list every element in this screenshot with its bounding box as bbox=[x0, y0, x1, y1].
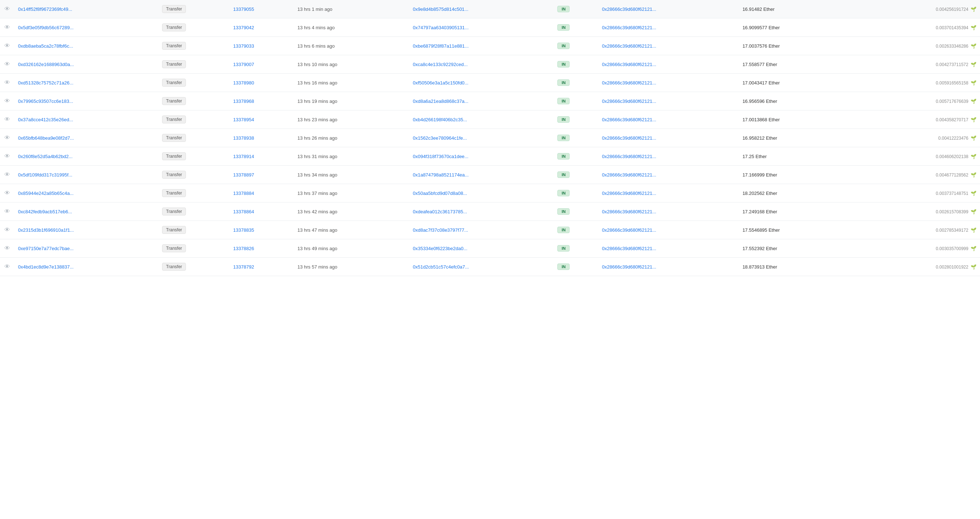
tx-hash-link[interactable]: 0x79965c93507cc6e183... bbox=[18, 99, 73, 104]
time-cell: 13 hrs 42 mins ago bbox=[294, 202, 409, 221]
to-cell: 0x28666c39d680f62121... bbox=[598, 258, 739, 276]
block-link[interactable]: 13379042 bbox=[233, 25, 254, 30]
eye-icon[interactable]: 👁 bbox=[4, 24, 10, 30]
direction-cell: IN bbox=[554, 147, 598, 166]
eye-icon[interactable]: 👁 bbox=[4, 153, 10, 159]
from-link[interactable]: 0xbe6879f28f87a11e881... bbox=[413, 43, 469, 49]
eye-icon[interactable]: 👁 bbox=[4, 227, 10, 233]
from-link[interactable]: 0xb4d266198f406b2c35... bbox=[413, 117, 467, 123]
tx-hash-link[interactable]: 0xe97150e7a77edc7bae... bbox=[18, 246, 74, 251]
to-link[interactable]: 0x28666c39d680f62121... bbox=[602, 6, 656, 12]
to-link[interactable]: 0x28666c39d680f62121... bbox=[602, 191, 656, 196]
from-link[interactable]: 0x35334e0f6223be2da0... bbox=[413, 246, 468, 251]
to-link[interactable]: 0x28666c39d680f62121... bbox=[602, 264, 656, 270]
eye-icon[interactable]: 👁 bbox=[4, 190, 10, 196]
type-cell: Transfer bbox=[159, 184, 229, 202]
from-cell: 0x094f318f73670ca1dee... bbox=[409, 147, 554, 166]
eye-icon[interactable]: 👁 bbox=[4, 172, 10, 178]
eye-icon[interactable]: 👁 bbox=[4, 6, 10, 12]
to-cell: 0x28666c39d680f62121... bbox=[598, 0, 739, 18]
tx-hash-link[interactable]: 0xdb8aeba5ca2c78fbf6c... bbox=[18, 43, 73, 49]
from-link[interactable]: 0x1562c3ee780964c1fe... bbox=[413, 135, 467, 141]
from-link[interactable]: 0x9e8d4b8575d814c501... bbox=[413, 6, 469, 12]
tx-hash-link[interactable]: 0x5df109fdd317c31995f... bbox=[18, 172, 72, 178]
block-link[interactable]: 13378835 bbox=[233, 228, 254, 233]
block-link[interactable]: 13378938 bbox=[233, 135, 254, 141]
eye-icon[interactable]: 👁 bbox=[4, 245, 10, 251]
eye-icon[interactable]: 👁 bbox=[4, 208, 10, 214]
tx-hash-link[interactable]: 0xd326162e1688963d0a... bbox=[18, 62, 74, 67]
tx-hash-link[interactable]: 0x14ff52f8f9672369fc49... bbox=[18, 6, 72, 12]
tx-hash-link[interactable]: 0xd51328c75752c71a26... bbox=[18, 80, 73, 86]
leaf-icon: 🌱 bbox=[970, 246, 977, 251]
time-cell: 13 hrs 10 mins ago bbox=[294, 55, 409, 74]
from-link[interactable]: 0xca8c4e133c92292ced... bbox=[413, 62, 468, 67]
to-link[interactable]: 0x28666c39d680f62121... bbox=[602, 117, 656, 123]
block-link[interactable]: 13378884 bbox=[233, 191, 254, 196]
from-link[interactable]: 0xd8ac7f37c08e3797f77... bbox=[413, 228, 468, 233]
tx-hash-link[interactable]: 0x4bd1ec8d9e7e138837... bbox=[18, 264, 74, 270]
direction-cell: IN bbox=[554, 0, 598, 18]
block-link[interactable]: 13378897 bbox=[233, 172, 254, 178]
amount-cell: 17.0013868 Ether bbox=[739, 110, 871, 129]
from-link[interactable]: 0xd8a6a21ea8d868c37a... bbox=[413, 99, 469, 104]
amount-cell: 16.958212 Ether bbox=[739, 129, 871, 147]
type-cell: Transfer bbox=[159, 239, 229, 258]
direction-badge: IN bbox=[557, 98, 570, 104]
eye-icon[interactable]: 👁 bbox=[4, 61, 10, 67]
block-link[interactable]: 13379033 bbox=[233, 43, 254, 49]
eye-cell: 👁 bbox=[0, 129, 14, 147]
to-link[interactable]: 0x28666c39d680f62121... bbox=[602, 25, 656, 30]
eye-icon[interactable]: 👁 bbox=[4, 116, 10, 123]
eye-icon[interactable]: 👁 bbox=[4, 263, 10, 270]
amount-cell: 17.0043417 Ether bbox=[739, 74, 871, 92]
to-link[interactable]: 0x28666c39d680f62121... bbox=[602, 172, 656, 178]
from-cell: 0xb4d266198f406b2c35... bbox=[409, 110, 554, 129]
type-cell: Transfer bbox=[159, 147, 229, 166]
to-link[interactable]: 0x28666c39d680f62121... bbox=[602, 228, 656, 233]
to-link[interactable]: 0x28666c39d680f62121... bbox=[602, 135, 656, 141]
from-link[interactable]: 0xf50506e3a1a5c150fd0... bbox=[413, 80, 469, 86]
tx-hash-link[interactable]: 0xc842fedb9acb517eb6... bbox=[18, 209, 72, 214]
to-link[interactable]: 0x28666c39d680f62121... bbox=[602, 246, 656, 251]
from-link[interactable]: 0x51d2cb51c57c4efc0a7... bbox=[413, 264, 469, 270]
type-badge: Transfer bbox=[162, 42, 186, 50]
block-link[interactable]: 13378826 bbox=[233, 246, 254, 251]
block-link[interactable]: 13378980 bbox=[233, 80, 254, 86]
block-link[interactable]: 13378954 bbox=[233, 117, 254, 123]
to-link[interactable]: 0x28666c39d680f62121... bbox=[602, 43, 656, 49]
eye-icon[interactable]: 👁 bbox=[4, 98, 10, 104]
from-link[interactable]: 0x74797aa63403905131... bbox=[413, 25, 469, 30]
eye-icon[interactable]: 👁 bbox=[4, 43, 10, 49]
fee-cell: 0.002801001922 🌱 bbox=[871, 258, 980, 276]
from-link[interactable]: 0x094f318f73670ca1dee... bbox=[413, 154, 469, 159]
tx-hash-link[interactable]: 0x2315d3b1f696910a1f1... bbox=[18, 228, 74, 233]
leaf-icon: 🌱 bbox=[970, 6, 977, 12]
block-link[interactable]: 13378792 bbox=[233, 264, 254, 270]
block-link[interactable]: 13379007 bbox=[233, 62, 254, 67]
block-link[interactable]: 13378864 bbox=[233, 209, 254, 214]
to-link[interactable]: 0x28666c39d680f62121... bbox=[602, 80, 656, 86]
to-link[interactable]: 0x28666c39d680f62121... bbox=[602, 209, 656, 214]
from-link[interactable]: 0xdeafea012c36173785... bbox=[413, 209, 467, 214]
to-link[interactable]: 0x28666c39d680f62121... bbox=[602, 99, 656, 104]
from-link[interactable]: 0x1a874798a8521174ea... bbox=[413, 172, 469, 178]
tx-hash-link[interactable]: 0x85944e242a85b65c4a... bbox=[18, 191, 74, 196]
block-link[interactable]: 13379055 bbox=[233, 6, 254, 12]
from-cell: 0x35334e0f6223be2da0... bbox=[409, 239, 554, 258]
tx-hash-link[interactable]: 0x5df3e05f9db56c67289... bbox=[18, 25, 74, 30]
block-link[interactable]: 13378914 bbox=[233, 154, 254, 159]
to-link[interactable]: 0x28666c39d680f62121... bbox=[602, 154, 656, 159]
leaf-icon: 🌱 bbox=[970, 172, 977, 178]
eye-icon[interactable]: 👁 bbox=[4, 135, 10, 141]
to-cell: 0x28666c39d680f62121... bbox=[598, 202, 739, 221]
tx-hash-link[interactable]: 0x65bfb648bea9e08f2d7... bbox=[18, 135, 74, 141]
from-link[interactable]: 0x50aa5bfcd9d07d8a08... bbox=[413, 191, 467, 196]
fee-cell: 0.003737148751 🌱 bbox=[871, 184, 980, 202]
tx-hash-link[interactable]: 0x260f8e52d5a4b62bd2... bbox=[18, 154, 73, 159]
tx-hash-link[interactable]: 0x37a8cce412c35e26ed... bbox=[18, 117, 73, 123]
to-link[interactable]: 0x28666c39d680f62121... bbox=[602, 62, 656, 67]
block-link[interactable]: 13378968 bbox=[233, 99, 254, 104]
eye-icon[interactable]: 👁 bbox=[4, 80, 10, 86]
table-row: 👁 0x37a8cce412c35e26ed... Transfer 13378… bbox=[0, 110, 980, 129]
